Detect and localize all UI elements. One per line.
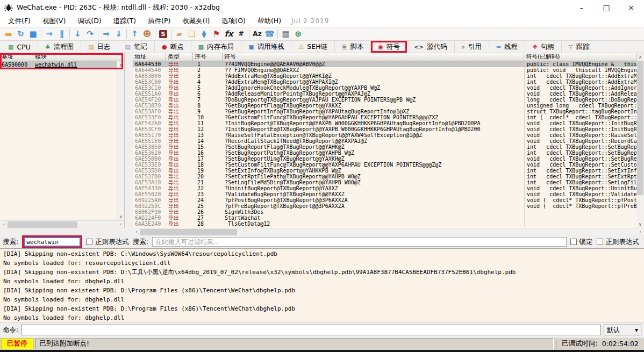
tab-log[interactable]: ▤日志 xyxy=(81,41,118,53)
source-view-icon[interactable]: S xyxy=(157,28,169,39)
run-to-user-code-icon[interactable]: ☻ xyxy=(141,28,153,39)
symbol-row[interactable]: 6AE533E0导出18?SetCustomFiltFunc@TXBugRepo… xyxy=(133,162,636,168)
tab-graph[interactable]: ♣流程图 xyxy=(38,41,81,53)
menu-item[interactable]: 帮助(H) xyxy=(252,16,287,27)
run-icon[interactable]: → xyxy=(43,28,55,39)
module-horizontal-scrollbar[interactable]: ‹ › xyxy=(0,220,124,228)
symbol-row[interactable]: 6A644540导出2??_FIMVQQEngine@@QAEXXZpublic… xyxy=(133,67,636,73)
command-input[interactable] xyxy=(21,325,601,335)
maximize-button[interactable]: □ xyxy=(594,0,619,15)
symbol-row[interactable]: 6AE53B00导出3?AddExtraMem@TXBugReport@@YAH… xyxy=(133,73,636,79)
symbol-row[interactable]: 6A644530导出1??4IMVQQEngine@@QAEAAV0@ABV0@… xyxy=(133,61,636,67)
symbol-row[interactable]: 6AE53A10导出21?SetLogFileMd5Dir@TXBugRepor… xyxy=(133,179,636,185)
comment-icon[interactable]: ❏ xyxy=(185,28,198,39)
lock-checkbox[interactable] xyxy=(570,239,577,245)
symbol-row[interactable]: 6AE542A0导出11?InitBugReport@TXBugReport@@… xyxy=(133,120,636,126)
regex-checkbox[interactable] xyxy=(597,239,603,245)
step-over-icon[interactable]: ↷ xyxy=(84,28,96,39)
column-header-symbol-decoded[interactable]: 符号(已解码) xyxy=(524,53,636,61)
scroll-up-icon[interactable]: ∧ xyxy=(636,53,644,61)
menu-item[interactable]: 插件(P) xyxy=(142,16,176,27)
symbol-row[interactable]: 6AE53C00导出4?AddExtraMem@TXBugReport@@YAH… xyxy=(133,79,636,85)
symbol-row[interactable]: 6AE551E0导出14?RecordCallStackIfNeed@TXBug… xyxy=(133,138,636,144)
close-debuggee-icon[interactable]: ■ xyxy=(27,28,39,39)
column-header-type[interactable]: 类型 xyxy=(166,53,193,61)
filter-search-input[interactable] xyxy=(152,237,567,247)
step-out-icon[interactable]: ⇓ xyxy=(112,28,125,39)
module-vertical-scrollbar[interactable]: ∧ ∨ xyxy=(117,61,124,220)
calculator-icon[interactable]: ▦ xyxy=(280,28,292,39)
symbol-horizontal-scrollbar[interactable]: ‹ › xyxy=(133,228,644,235)
restart-icon[interactable]: ↻ xyxy=(15,28,27,39)
tab-handles[interactable]: ❖句柄 xyxy=(525,41,562,53)
menu-item[interactable]: 追踪(T) xyxy=(108,16,142,27)
symbol-row[interactable]: 6AD224F0导出27StartWachat xyxy=(133,215,636,221)
symbol-row[interactable]: 6AE551A0导出6?AddReleaseMonitorPoint@TXBug… xyxy=(133,91,636,97)
scroll-up-icon[interactable]: ∧ xyxy=(117,61,125,69)
symbol-row[interactable]: 6AE54330导出22?UninitBugReport@TXBugReport… xyxy=(133,185,636,191)
symbol-row[interactable]: 6AE535D0导出19?SetExtInfo@TXBugReport@@YAH… xyxy=(133,168,636,174)
menu-item[interactable]: 调试(D) xyxy=(71,16,107,27)
symbol-row[interactable]: 6B062F90导出26SignWith3Des xyxy=(133,209,636,215)
pause-icon[interactable]: ∥ xyxy=(55,28,68,39)
regex-checkbox-group-left[interactable]: 正则表达式 xyxy=(86,238,129,247)
menu-item[interactable]: 选项(O) xyxy=(216,16,252,27)
bookmark-icon[interactable]: ⚑ xyxy=(210,28,223,39)
symbol-row[interactable]: 6AE53AF0导出9?GetBugReportInfo@TXBugReport… xyxy=(133,109,636,114)
tab-seh-chain[interactable]: ⚠SEH链 xyxy=(291,41,335,53)
step-into-icon[interactable]: ↓ xyxy=(71,28,84,39)
symbol-row[interactable]: 6AE53CF0导出12?InitBugReportEx@TXBugReport… xyxy=(133,126,636,132)
scroll-left-icon[interactable]: ‹ xyxy=(0,221,8,228)
menu-item[interactable]: 收藏夹(I) xyxy=(176,16,216,27)
tab-threads[interactable]: ⇒线程 xyxy=(489,41,525,53)
symbol-row[interactable]: 6AE533F0导出10?GetCustomFiltFunc@TXBugRepo… xyxy=(133,114,636,120)
tab-notes[interactable]: ▤笔记 xyxy=(118,41,155,53)
symbol-row[interactable]: 6B9225A0导出24?pfPostBugReport@TXBugReport… xyxy=(133,197,636,203)
lock-checkbox-group[interactable]: 锁定 xyxy=(570,238,593,247)
hash-icon[interactable]: # xyxy=(235,28,247,39)
globe-icon[interactable]: ⊕ xyxy=(292,28,304,39)
symbol-row[interactable]: 6AE537B0导出20?SetExtRptFilePath@TXBugRepo… xyxy=(133,174,636,179)
scrollbar-thumb[interactable] xyxy=(637,61,643,195)
scroll-right-icon[interactable]: › xyxy=(636,228,644,236)
tab-breakpoints[interactable]: ●断点 xyxy=(155,41,191,53)
tab-call-stack[interactable]: ▣调用堆栈 xyxy=(241,41,291,53)
tab-references[interactable]: ⌕引用 xyxy=(455,41,489,53)
column-header-base[interactable]: 基址 xyxy=(0,53,33,61)
window-info-icon[interactable]: ☎ xyxy=(263,28,276,39)
scroll-down-icon[interactable]: ∨ xyxy=(636,220,644,228)
scroll-left-icon[interactable]: ‹ xyxy=(133,228,140,236)
scrollbar-thumb[interactable] xyxy=(8,221,77,228)
tab-script[interactable]: ≣脚本 xyxy=(335,41,371,53)
function-icon[interactable]: fx xyxy=(223,28,235,39)
column-header-ordinal[interactable]: 序号 xyxy=(193,53,223,61)
command-profile-dropdown[interactable]: 默认 ▾ xyxy=(604,325,641,335)
symbol-row[interactable]: 6AE53620导出16?SetBugReportPath@TXBugRepor… xyxy=(133,150,636,156)
symbol-row[interactable]: 6AE550B0导出17?SetBugReportUin@TXBugReport… xyxy=(133,156,636,162)
patch-icon[interactable]: ▰ xyxy=(173,28,185,39)
regex-checkbox[interactable] xyxy=(86,239,92,245)
scrollbar-thumb[interactable] xyxy=(140,229,237,235)
tab-memory-map[interactable]: ▦内存布局 xyxy=(191,41,241,53)
symbol-log-output[interactable]: [DIA] Skipping non-existent PDB: C:\Wind… xyxy=(0,248,644,322)
label-icon[interactable]: ⧫ xyxy=(198,28,210,39)
symbol-row[interactable]: 6AA3E240导出28_TlsGetData@12 xyxy=(133,221,636,227)
column-header-symbol[interactable]: 符号 xyxy=(223,53,524,61)
module-search-input[interactable] xyxy=(24,237,81,247)
column-header-address[interactable]: 地址 xyxy=(133,53,166,61)
regex-checkbox-group-right[interactable]: 正则表达式 xyxy=(597,238,640,247)
execute-till-return-icon[interactable]: ↑ xyxy=(128,28,141,39)
symbol-row[interactable]: 6AE53850导出15?SetBugReportFlag@TXBugRepor… xyxy=(133,144,636,150)
tab-cpu[interactable]: ▦CPU xyxy=(1,41,38,53)
run-trace-icon[interactable]: ⇒ xyxy=(100,28,112,39)
tab-trace[interactable]: ∵跟踪 xyxy=(562,41,597,53)
scroll-down-icon[interactable]: ∨ xyxy=(117,213,125,220)
symbol-row[interactable]: 6AE53870导出8?GetBugReportFlag@TXBugReport… xyxy=(133,103,636,109)
open-file-icon[interactable]: ▬ xyxy=(2,28,15,39)
symbol-row[interactable]: 6AE55170导出13?RaiseSelfFatalException@TXB… xyxy=(133,132,636,138)
symbol-row[interactable]: 6B92259C导出25?pfPreBugReport@TXBugReport@… xyxy=(133,203,636,209)
menu-item[interactable]: 视图(V) xyxy=(37,16,71,27)
menu-item[interactable]: 文件(F) xyxy=(2,16,37,27)
symbol-row[interactable]: 6AE53C10导出5?AddIgnoreHookCheckModule@TXB… xyxy=(133,85,636,91)
symbol-row[interactable]: 6AE54F20导出7?DoBugReport@TXBugReport@@YAJ… xyxy=(133,97,636,103)
